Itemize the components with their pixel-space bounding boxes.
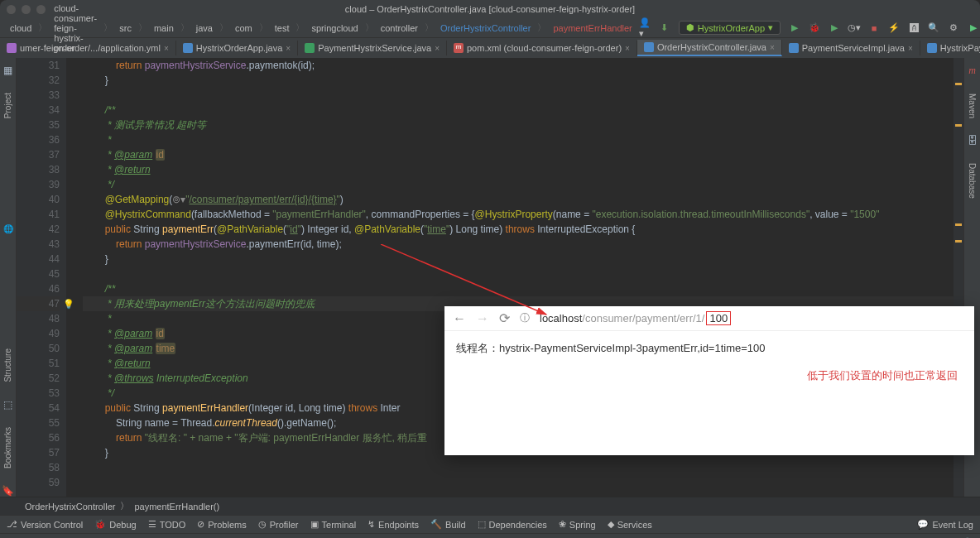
tool-label: TODO xyxy=(160,520,186,530)
tool-deps[interactable]: ⬚ Dependencies xyxy=(478,519,547,530)
crumb[interactable]: controller xyxy=(377,23,421,33)
crumb[interactable]: cloud xyxy=(7,23,35,33)
tab-close[interactable]: × xyxy=(770,43,775,52)
coverage-icon[interactable]: ▶ xyxy=(829,22,840,34)
project-tool-icon[interactable]: ▦ xyxy=(3,65,12,76)
tool-label: Services xyxy=(617,520,652,530)
window-controls[interactable] xyxy=(7,5,46,14)
url-host: localhost xyxy=(540,312,582,324)
crumb[interactable]: com xyxy=(232,23,256,33)
tool-profiler[interactable]: ◷ Profiler xyxy=(258,519,299,530)
project-tool[interactable]: Project xyxy=(3,93,12,118)
tab[interactable]: HystrixOrderApp.java× xyxy=(176,41,298,55)
settings-icon[interactable]: ⚙ xyxy=(948,22,959,34)
crumb[interactable]: main xyxy=(151,23,177,33)
plugin-icon[interactable]: ▶ xyxy=(968,22,979,34)
tool-label: Problems xyxy=(208,520,246,530)
browser-annotation: 低于我们设置的时间也正常返回 xyxy=(807,368,958,383)
reload-button[interactable]: ⟳ xyxy=(499,310,510,326)
crumb[interactable]: java xyxy=(193,23,216,33)
tab-close[interactable]: × xyxy=(286,44,291,53)
back-button[interactable]: ← xyxy=(453,311,466,326)
bc-class[interactable]: OrderHystrixController xyxy=(25,502,115,512)
tab-close[interactable]: × xyxy=(625,44,630,53)
url-bar[interactable]: localhost/consumer/payment/err/1/100 xyxy=(540,312,731,324)
close-dot[interactable] xyxy=(7,5,16,14)
nav-breadcrumb: cloud〉 cloud-consumer-feign-hystrix-orde… xyxy=(0,18,980,38)
tool-label: Event Log xyxy=(932,520,973,530)
browser-overlay: ← → ⟳ ⓘ localhost/consumer/payment/err/1… xyxy=(444,306,974,455)
database-tool-icon[interactable]: 🗄 xyxy=(968,135,978,147)
tab-close[interactable]: × xyxy=(164,44,169,53)
tab[interactable]: umer-feign-order/.../application.yml× xyxy=(0,41,176,55)
tool-label: Dependencies xyxy=(489,520,547,530)
tab-close[interactable]: × xyxy=(908,44,913,53)
tab-label: PaymentHystrixService.java xyxy=(318,43,431,53)
search-icon[interactable]: 🔍 xyxy=(928,22,939,34)
run-icon[interactable]: ▶ xyxy=(789,22,800,34)
titlebar: cloud – OrderHystrixController.java [clo… xyxy=(0,0,980,18)
status-bar: ▢ Loaded classes are up to date. Nothing… xyxy=(0,533,980,538)
tool-label: Version Control xyxy=(21,520,83,530)
database-tool[interactable]: Database xyxy=(968,163,977,199)
browser-content: 线程名：hystrix-PaymentServiceImpl-3paymentE… xyxy=(444,331,974,366)
tab-active[interactable]: OrderHystrixController.java× xyxy=(637,40,782,56)
vcs-update-icon[interactable]: ⚡ xyxy=(888,22,900,34)
crumb-class[interactable]: OrderHystrixController xyxy=(437,23,534,33)
crumb[interactable]: test xyxy=(271,23,293,33)
debug-icon[interactable]: 🐞 xyxy=(809,22,820,34)
url-highlight: 100 xyxy=(706,311,731,325)
tool-label: Endpoints xyxy=(378,520,419,530)
min-dot[interactable] xyxy=(22,5,31,14)
tool-label: Debug xyxy=(109,520,136,530)
tab[interactable]: HystrixPaymentApp.java× xyxy=(920,41,980,55)
tab-close[interactable]: × xyxy=(435,44,440,53)
run-config-selector[interactable]: ⬢ HystrixOrderApp ▾ xyxy=(679,21,781,35)
user-icon[interactable]: 👤▾ xyxy=(639,22,651,34)
tool-todo[interactable]: ☰ TODO xyxy=(148,519,186,530)
max-dot[interactable] xyxy=(36,5,46,14)
tool-build[interactable]: 🔨 Build xyxy=(430,519,465,530)
browser-text: 线程名：hystrix-PaymentServiceImpl-3paymentE… xyxy=(456,342,766,354)
tool-vcs[interactable]: ⎇ Version Control xyxy=(7,519,83,530)
run-config-label: HystrixOrderApp xyxy=(698,23,765,33)
tool-spring[interactable]: ❀ Spring xyxy=(559,519,596,530)
crumb[interactable]: src xyxy=(116,23,135,33)
bookmarks-tool[interactable]: Bookmarks xyxy=(3,427,12,468)
structure-tool-icon[interactable]: ⬚ xyxy=(3,399,12,411)
tool-endpoints[interactable]: ↯ Endpoints xyxy=(368,519,419,530)
tab-label: HystrixPaymentApp.java xyxy=(940,43,980,53)
tab[interactable]: PaymentHystrixService.java× xyxy=(298,41,447,55)
maven-tool[interactable]: Maven xyxy=(968,94,977,118)
more-icon[interactable]: 🅰 xyxy=(908,22,920,34)
crumb-method[interactable]: paymentErrHandler xyxy=(550,23,635,33)
tool-terminal[interactable]: ▣ Terminal xyxy=(310,519,357,530)
info-icon[interactable]: ⓘ xyxy=(520,311,530,325)
bc-method[interactable]: paymentErrHandler() xyxy=(134,502,219,512)
tab-label: HystrixOrderApp.java xyxy=(196,43,283,53)
crumb[interactable]: springcloud xyxy=(308,23,361,33)
tool-services[interactable]: ◆ Services xyxy=(608,519,652,530)
window-title: cloud – OrderHystrixController.java [clo… xyxy=(345,4,635,14)
tool-problems[interactable]: ⊘ Problems xyxy=(197,519,246,530)
tab-label: OrderHystrixController.java xyxy=(657,42,766,52)
profiler-icon[interactable]: ◷▾ xyxy=(848,22,860,34)
maven-tool-icon[interactable]: m xyxy=(968,65,976,77)
tool-debug[interactable]: 🐞 Debug xyxy=(94,519,136,530)
editor-tabs: umer-feign-order/.../application.yml× Hy… xyxy=(0,38,980,58)
gutter[interactable]: 313233343536373839404142🌐4344454647💡4849… xyxy=(17,58,66,497)
forward-button[interactable]: → xyxy=(476,311,489,326)
event-log[interactable]: 💬 Event Log xyxy=(917,519,973,530)
tool-label: Build xyxy=(445,520,465,530)
editor-breadcrumb: OrderHystrixController 〉 paymentErrHandl… xyxy=(0,497,980,515)
bookmarks-tool-icon[interactable]: 🔖 xyxy=(2,485,14,497)
tab[interactable]: PaymentServiceImpl.java× xyxy=(782,41,920,55)
left-tool-bar: ▦ Project Structure ⬚ Bookmarks 🔖 xyxy=(0,58,17,497)
browser-toolbar: ← → ⟳ ⓘ localhost/consumer/payment/err/1… xyxy=(444,306,974,331)
tab[interactable]: mpom.xml (cloud-consumer-feign-order)× xyxy=(447,41,637,55)
tool-label: Spring xyxy=(569,520,596,530)
tool-label: Profiler xyxy=(270,520,299,530)
vcs-icon[interactable]: ⬇ xyxy=(659,22,670,34)
structure-tool[interactable]: Structure xyxy=(3,348,12,382)
stop-icon[interactable]: ■ xyxy=(868,22,880,34)
